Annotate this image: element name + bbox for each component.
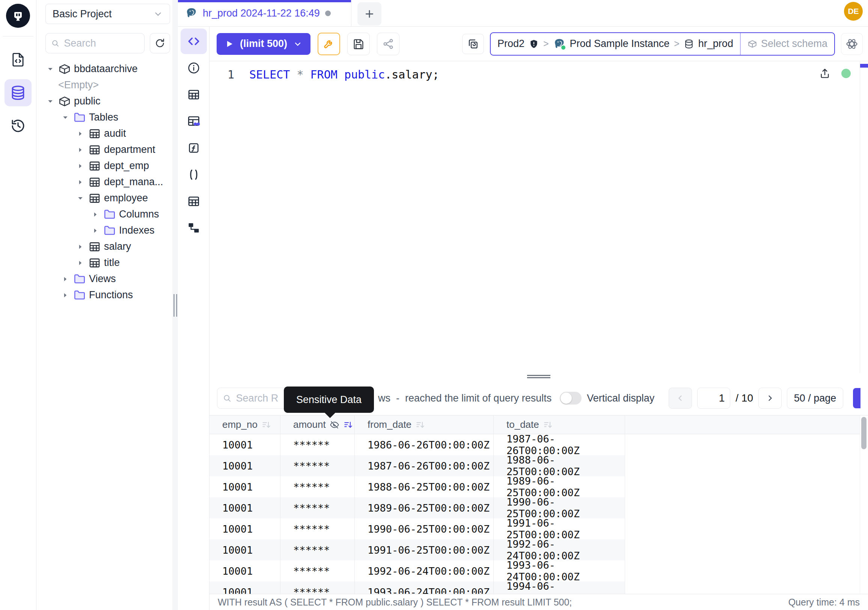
worksheet-file-icon[interactable] (5, 46, 31, 73)
cell-to-date[interactable]: 1990-06-25T00:00:00Z (494, 497, 625, 518)
cell-amount[interactable]: ****** (281, 518, 355, 539)
cell-from-date[interactable]: 1988-06-25T00:00:00Z (355, 476, 494, 497)
caret-down-icon[interactable] (76, 194, 85, 202)
cell-to-date[interactable]: 1992-06-24T00:00:00Z (494, 539, 625, 560)
share-button[interactable] (377, 33, 400, 55)
caret-right-icon[interactable] (76, 162, 85, 170)
sidebar-resize-gutter[interactable] (172, 0, 178, 610)
cell-amount[interactable]: ****** (281, 539, 355, 560)
cell-emp-no[interactable]: 10001 (209, 518, 281, 539)
cell-emp-no[interactable]: 10001 (209, 497, 281, 518)
tree-item-salary[interactable]: salary (45, 239, 170, 255)
ai-assistant-button[interactable] (841, 33, 863, 55)
caret-right-icon[interactable] (76, 130, 85, 138)
column-header-emp-no[interactable]: emp_no (209, 416, 281, 434)
cell-from-date[interactable]: 1990-06-25T00:00:00Z (355, 518, 494, 539)
cell-emp-no[interactable]: 10001 (209, 539, 281, 560)
vertical-display-toggle[interactable] (560, 392, 581, 405)
cell-emp-no[interactable]: 10001 (209, 455, 281, 476)
eye-off-icon[interactable] (330, 420, 339, 430)
sort-icon[interactable] (415, 420, 425, 430)
tree-item-employee[interactable]: employee (45, 190, 170, 206)
caret-right-icon[interactable] (90, 211, 100, 218)
select-schema-button[interactable]: Select schema (741, 33, 834, 55)
table-row[interactable]: 10001******1988-06-25T00:00:00Z1989-06-2… (209, 476, 868, 497)
cell-emp-no[interactable]: 10001 (209, 560, 281, 582)
sidebar-search[interactable] (45, 33, 144, 53)
tree-item-columns[interactable]: Columns (45, 206, 170, 222)
caret-right-icon[interactable] (76, 178, 85, 186)
history-icon[interactable] (5, 112, 31, 139)
cell-emp-no[interactable]: 10001 (209, 582, 281, 594)
panel-resize-divider[interactable] (209, 373, 868, 381)
sidebar-search-input[interactable] (64, 37, 139, 49)
cell-amount[interactable]: ****** (281, 582, 355, 594)
info-panel-icon[interactable] (181, 55, 207, 81)
project-selector[interactable]: Basic Project (45, 4, 170, 24)
tree-item-empty[interactable]: <Empty> (45, 77, 170, 93)
caret-right-icon[interactable] (76, 259, 85, 267)
run-query-button[interactable]: (limit 500) (217, 33, 310, 55)
cell-emp-no[interactable]: 10001 (209, 434, 281, 455)
cell-from-date[interactable]: 1991-06-25T00:00:00Z (355, 539, 494, 560)
sql-editor[interactable]: 1 SELECT * FROM public.salary; (209, 61, 868, 373)
upload-icon[interactable] (819, 67, 831, 79)
cell-from-date[interactable]: 1992-06-24T00:00:00Z (355, 560, 494, 582)
table-row[interactable]: 10001******1986-06-26T00:00:00Z1987-06-2… (209, 434, 868, 455)
cell-amount[interactable]: ****** (281, 434, 355, 455)
table-row[interactable]: 10001******1991-06-25T00:00:00Z1992-06-2… (209, 539, 868, 560)
cell-from-date[interactable]: 1989-06-25T00:00:00Z (355, 497, 494, 518)
new-tab-button[interactable] (357, 2, 381, 26)
cell-emp-no[interactable]: 10001 (209, 476, 281, 497)
caret-down-icon[interactable] (60, 114, 70, 121)
caret-right-icon[interactable] (76, 243, 85, 250)
sensitive-data-panel-icon[interactable] (181, 109, 207, 134)
sort-icon[interactable] (261, 420, 271, 430)
page-size-select[interactable]: 50 / page (787, 388, 843, 409)
user-avatar[interactable]: DE (844, 2, 863, 21)
page-number-input[interactable] (697, 388, 730, 409)
caret-right-icon[interactable] (60, 292, 70, 299)
cell-to-date[interactable]: 1994-06-24T00:00:00Z (494, 582, 625, 594)
tree-item-title[interactable]: title (45, 255, 170, 271)
connection-path[interactable]: Prod2 > Prod Sample Instance > hr_prod (491, 33, 740, 55)
tree-item-views[interactable]: Views (45, 271, 170, 287)
table-row[interactable]: 10001******1989-06-25T00:00:00Z1990-06-2… (209, 497, 868, 518)
tree-item-functions[interactable]: Functions (45, 287, 170, 303)
export-button[interactable] (853, 388, 860, 408)
table-row[interactable]: 10001******1993-06-24T00:00:00Z1994-06-2… (209, 582, 868, 594)
bytebase-logo-icon[interactable] (6, 4, 30, 28)
tree-item-audit[interactable]: audit (45, 126, 170, 141)
caret-down-icon[interactable] (45, 65, 55, 73)
tree-item-dept-mana[interactable]: dept_mana... (45, 174, 170, 190)
column-header-to-date[interactable]: to_date (494, 416, 625, 434)
table-panel-panel-icon[interactable] (181, 82, 207, 107)
cell-amount[interactable]: ****** (281, 497, 355, 518)
cell-amount[interactable]: ****** (281, 476, 355, 497)
cell-from-date[interactable]: 1993-06-24T00:00:00Z (355, 582, 494, 594)
batch-query-button[interactable] (462, 34, 484, 54)
database-icon[interactable] (5, 79, 31, 106)
next-page-button[interactable] (758, 388, 782, 409)
cell-amount[interactable]: ****** (281, 560, 355, 582)
procedure-panel-icon[interactable] (181, 162, 207, 188)
cell-from-date[interactable]: 1986-06-26T00:00:00Z (355, 434, 494, 455)
table-row[interactable]: 10001******1987-06-26T00:00:00Z1988-06-2… (209, 455, 868, 476)
caret-right-icon[interactable] (76, 146, 85, 154)
scrollbar-thumb[interactable] (861, 417, 866, 449)
sort-icon[interactable] (343, 420, 353, 430)
tree-item-department[interactable]: department (45, 141, 170, 158)
caret-right-icon[interactable] (90, 227, 100, 234)
cell-amount[interactable]: ****** (281, 455, 355, 476)
tree-item-public[interactable]: public (45, 93, 170, 109)
cell-to-date[interactable]: 1993-06-24T00:00:00Z (494, 560, 625, 582)
caret-down-icon[interactable] (45, 98, 55, 105)
cell-to-date[interactable]: 1991-06-25T00:00:00Z (494, 518, 625, 539)
function-panel-icon[interactable] (181, 135, 207, 161)
sort-icon[interactable] (543, 420, 553, 430)
save-button[interactable] (347, 33, 370, 55)
column-header-amount[interactable]: amount (281, 416, 355, 434)
column-header-from-date[interactable]: from_date (355, 416, 494, 434)
tree-item-tables[interactable]: Tables (45, 109, 170, 126)
refresh-schema-button[interactable] (150, 33, 170, 53)
